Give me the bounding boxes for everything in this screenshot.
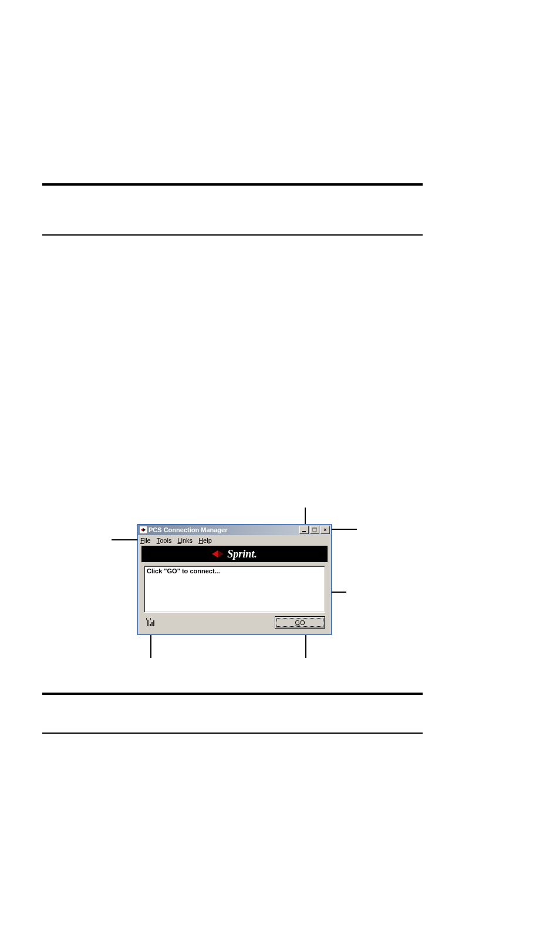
brand-text: Sprint.	[227, 548, 257, 560]
maximize-button	[310, 526, 319, 534]
menu-links-rest: inks	[181, 537, 193, 544]
menubar: File Tools Links Help	[138, 535, 331, 546]
menu-links[interactable]: Links	[177, 537, 193, 544]
app-icon	[139, 526, 147, 534]
window-title: PCS Connection Manager	[149, 526, 299, 533]
menu-file-rest: ile	[144, 537, 151, 544]
divider	[42, 234, 423, 236]
app-window: PCS Connection Manager × File Tools Link…	[137, 524, 332, 635]
menu-file[interactable]: File	[140, 537, 151, 544]
divider	[42, 693, 423, 695]
close-button[interactable]: ×	[321, 526, 330, 534]
titlebar[interactable]: PCS Connection Manager ×	[138, 525, 331, 535]
menu-tools-rest: ools	[160, 537, 171, 544]
diamond-icon	[212, 548, 224, 560]
go-rest: O	[300, 619, 305, 626]
brand-band: Sprint.	[141, 546, 328, 562]
signal-strength-icon	[146, 619, 156, 627]
divider	[42, 733, 423, 734]
status-message: Click "GO" to connect...	[147, 567, 220, 574]
sprint-logo: Sprint.	[212, 548, 257, 560]
minimize-button[interactable]	[299, 526, 309, 534]
go-button[interactable]: GO	[275, 616, 325, 629]
menu-tools[interactable]: Tools	[157, 537, 172, 544]
menu-help[interactable]: Help	[198, 537, 212, 544]
divider	[42, 183, 423, 186]
menu-help-rest: elp	[203, 537, 212, 544]
status-row: GO	[138, 613, 331, 633]
main-message-area: Click "GO" to connect...	[144, 566, 325, 613]
